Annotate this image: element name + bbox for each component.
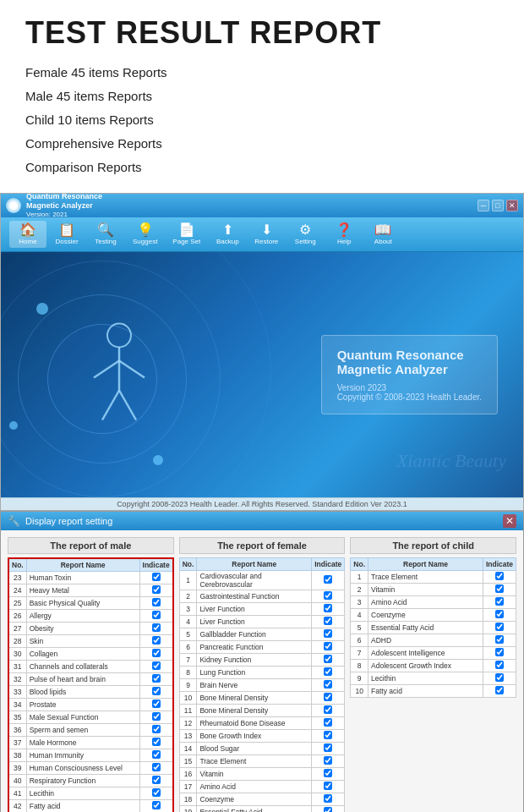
row-check[interactable] [139,597,173,610]
toolbar-backup[interactable]: ⬆ Backup [209,221,246,248]
table-row: 32 Pulse of heart and brain [8,673,173,686]
row-check[interactable] [483,609,516,622]
row-name: Obesity [26,623,139,635]
row-check[interactable] [312,755,345,768]
dialog-section: 🔧 Display report setting ✕ The report of… [0,511,524,812]
row-check[interactable] [312,654,345,667]
minimize-button[interactable]: ─ [478,200,489,211]
title-bar-controls[interactable]: ─ □ ✕ [478,200,518,211]
row-no: 38 [8,749,26,762]
table-row: 34 Prostate [8,699,173,711]
row-check[interactable] [483,634,516,647]
row-check[interactable] [139,623,173,635]
row-check[interactable] [139,661,173,673]
row-check[interactable] [312,717,345,730]
row-check[interactable] [312,768,345,781]
row-check[interactable] [483,571,516,584]
row-check[interactable] [139,724,173,737]
row-check[interactable] [483,660,516,672]
row-check[interactable] [139,572,173,584]
row-check[interactable] [139,648,173,661]
toolbar-dossier[interactable]: 📋 Dossier [48,221,85,248]
row-no: 11 [179,705,197,717]
toolbar-testing[interactable]: 🔍 Testing [87,221,124,248]
row-no: 12 [179,717,197,730]
row-name: Collagen [26,648,139,661]
row-name: Coenzyme [197,793,312,806]
row-name: Vitamin [368,584,483,596]
row-check[interactable] [139,610,173,623]
suggest-icon: 💡 [137,223,154,237]
svg-line-2 [94,361,119,378]
row-no: 18 [179,793,197,806]
row-check[interactable] [312,692,345,705]
row-name: Adolescent Growth Index [368,660,483,672]
row-check[interactable] [139,584,173,597]
row-name: Kidney Function [197,654,312,667]
toolbar-about[interactable]: 📖 About [364,221,401,248]
row-check[interactable] [312,571,345,590]
row-check[interactable] [139,673,173,686]
row-check[interactable] [312,806,345,813]
list-item: Female 45 items Reports [25,63,499,83]
row-check[interactable] [139,762,173,775]
row-check[interactable] [483,647,516,660]
row-check[interactable] [312,793,345,806]
row-name: Liver Function [197,616,312,628]
row-check[interactable] [139,635,173,648]
toolbar-pageset[interactable]: 📄 Page Set [166,221,207,248]
dialog-close-button[interactable]: ✕ [503,514,516,528]
row-check[interactable] [139,749,173,762]
row-name: Amino Acid [197,781,312,793]
toolbar-suggest[interactable]: 💡 Suggest [126,221,164,248]
row-check[interactable] [483,622,516,634]
row-no: 6 [179,641,197,654]
row-check[interactable] [312,667,345,679]
row-check[interactable] [312,743,345,755]
toolbar-home[interactable]: 🏠 Home [9,221,46,248]
close-button[interactable]: ✕ [506,200,518,211]
row-no: 5 [351,622,368,634]
row-check[interactable] [139,787,173,800]
row-check[interactable] [312,616,345,628]
female-table-title: The report of female [179,537,346,554]
row-name: Channels and collaterals [26,661,139,673]
row-check[interactable] [483,672,516,685]
table-row: 10 Fatty acid [351,685,516,698]
dialog-content: The report of male No. Report Name Indic… [1,530,523,812]
row-check[interactable] [312,781,345,793]
row-check[interactable] [312,590,345,603]
row-check[interactable] [139,800,173,813]
row-check[interactable] [312,679,345,692]
table-row: 33 Blood lipids [8,686,173,699]
row-check[interactable] [139,686,173,699]
page-title: TEST RESULT REPORT [25,15,499,51]
toolbar-restore[interactable]: ⬇ Restore [248,221,285,248]
row-check[interactable] [483,584,516,596]
row-no: 16 [179,768,197,781]
list-item: Comparison Reports [25,157,499,178]
row-check[interactable] [139,699,173,711]
table-row: 25 Basic Physical Quality [8,597,173,610]
toolbar-help[interactable]: ❓ Help [325,221,363,248]
row-check[interactable] [483,596,516,609]
row-check[interactable] [312,730,345,743]
maximize-button[interactable]: □ [492,200,504,211]
title-bar-left: Quantum Resonance Magnetic Analyzer Vers… [6,192,102,219]
row-check[interactable] [139,737,173,749]
row-no: 5 [179,628,197,641]
settings-icon: 🔧 [8,515,20,527]
female-report-table: No. Report Name Indicate 1 Cardiovascula… [179,557,346,812]
row-check[interactable] [312,705,345,717]
svg-line-3 [119,361,145,378]
toolbar-setting[interactable]: ⚙ Setting [287,221,324,248]
row-no: 9 [351,672,368,685]
help-icon: ❓ [336,223,352,237]
row-check[interactable] [312,603,345,616]
row-check[interactable] [139,711,173,724]
table-row: 7 Kidney Function [179,654,345,667]
row-check[interactable] [312,628,345,641]
row-check[interactable] [312,641,345,654]
row-check[interactable] [483,685,516,698]
row-check[interactable] [139,775,173,787]
